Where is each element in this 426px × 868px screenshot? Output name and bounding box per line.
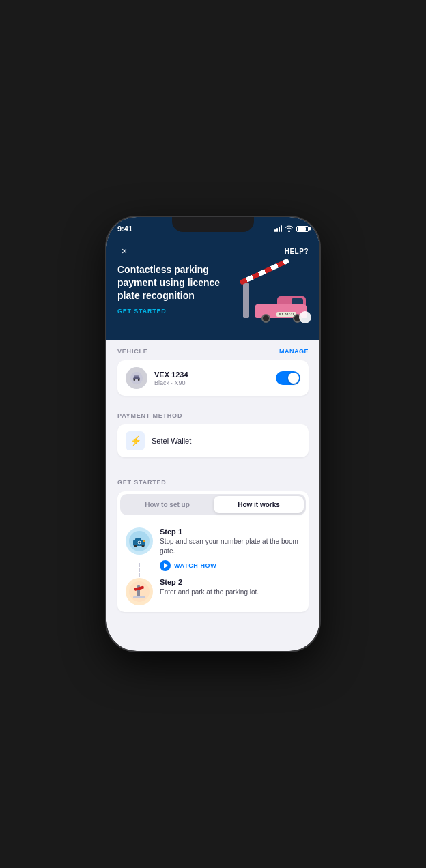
boom-pole: [243, 283, 249, 318]
step-2-title: Step 2: [160, 578, 300, 586]
notch: [172, 217, 254, 232]
get-started-label-text: GET STARTED: [117, 479, 167, 486]
signal-bars-icon: [274, 225, 282, 232]
car-icon: [129, 371, 144, 386]
phone-shell: 9:41: [106, 217, 320, 651]
wallet-icon: ⚡: [126, 431, 145, 450]
vehicle-avatar: [126, 367, 147, 389]
signal-bar-4: [281, 225, 282, 232]
toggle-knob: [288, 373, 299, 384]
get-started-card: How to set up How it works: [117, 491, 309, 612]
tab-how-to-setup[interactable]: How to set up: [122, 496, 212, 513]
watch-how-button[interactable]: WATCH HOW: [160, 560, 300, 571]
payment-card: ⚡ Setel Wallet: [117, 424, 309, 457]
lightning-icon: ⚡: [130, 435, 141, 446]
signal-bar-2: [276, 228, 278, 232]
signal-bar-3: [279, 227, 280, 232]
status-icons: [274, 225, 309, 232]
hero-content: Contactless parking payment using licenc…: [117, 263, 309, 325]
step-1-title: Step 1: [160, 527, 300, 536]
hero-nav: × HELP?: [117, 244, 309, 258]
vehicle-toggle[interactable]: [276, 371, 300, 385]
step-2-icon: [126, 578, 153, 605]
boom-gate-icon: [129, 581, 150, 602]
phone-screen: 9:41: [106, 217, 320, 651]
vehicle-plate: VEX 1234: [154, 371, 269, 379]
vehicle-label-text: VEHICLE: [117, 348, 148, 355]
battery-icon: [296, 226, 309, 232]
main-content[interactable]: VEHICLE MANAGE: [106, 340, 320, 615]
play-triangle-icon: [164, 563, 168, 568]
wifi-icon: [285, 225, 294, 232]
vehicle-section: VEHICLE MANAGE: [106, 340, 320, 409]
deco-circle: [299, 311, 311, 323]
svg-point-9: [142, 545, 145, 547]
svg-point-1: [133, 379, 135, 381]
hero-text: Contactless parking payment using licenc…: [117, 263, 233, 315]
svg-rect-10: [143, 540, 145, 542]
step-2-description: Enter and park at the parking lot.: [160, 588, 300, 597]
svg-point-8: [134, 545, 137, 547]
svg-point-7: [139, 542, 141, 544]
help-button[interactable]: HELP?: [285, 248, 309, 255]
step-2-content: Step 2 Enter and park at the parking lot…: [160, 578, 300, 605]
vehicle-row: VEX 1234 Black · X90: [126, 367, 300, 389]
svg-point-2: [138, 379, 140, 381]
play-circle-icon: [160, 560, 171, 571]
step-1-description: Stop and scan your number plate at the b…: [160, 537, 300, 556]
car-wheel-left: [261, 314, 270, 323]
watch-how-label: WATCH HOW: [174, 562, 216, 569]
hero-illustration: MY 53731: [233, 263, 309, 325]
battery-tip: [309, 227, 311, 231]
step-1-content: Step 1 Stop and scan your number plate a…: [160, 527, 300, 571]
vehicle-section-label: VEHICLE MANAGE: [117, 348, 309, 355]
svg-rect-14: [133, 596, 145, 598]
get-started-label: GET STARTED: [117, 479, 309, 486]
step-2-item: Step 2 Enter and park at the parking lot…: [120, 571, 306, 609]
get-started-hero-link[interactable]: GET STARTED: [117, 308, 228, 315]
payment-section: PAYMENT METHOD ⚡ Setel Wallet: [106, 409, 320, 471]
get-started-section: GET STARTED How to set up How it works: [106, 471, 320, 615]
boom-arm: [240, 258, 290, 285]
tabs-wrapper: How to set up How it works: [120, 494, 306, 515]
camera-car-icon: [129, 531, 150, 551]
vehicle-description: Black · X90: [154, 379, 269, 386]
payment-row: ⚡ Setel Wallet: [126, 431, 300, 450]
payment-section-label: PAYMENT METHOD: [117, 412, 309, 419]
step-1-item: Step 1 Stop and scan your number plate a…: [120, 523, 306, 571]
tab-how-it-works[interactable]: How it works: [214, 496, 304, 513]
signal-bar-1: [274, 229, 276, 232]
manage-link[interactable]: MANAGE: [279, 348, 309, 355]
vehicle-card: VEX 1234 Black · X90: [117, 360, 309, 396]
status-time: 9:41: [117, 225, 132, 233]
wallet-name: Setel Wallet: [152, 437, 191, 445]
hero-title: Contactless parking payment using licenc…: [117, 263, 228, 302]
battery-fill: [298, 227, 306, 231]
vehicle-info: VEX 1234 Black · X90: [154, 371, 269, 386]
payment-label-text: PAYMENT METHOD: [117, 412, 182, 419]
close-button[interactable]: ×: [117, 244, 131, 258]
hero-section: × HELP? Contactless parking payment usin…: [106, 237, 320, 340]
step-1-icon: [126, 527, 153, 555]
boom-gate-illustration: MY 53731: [233, 263, 309, 325]
